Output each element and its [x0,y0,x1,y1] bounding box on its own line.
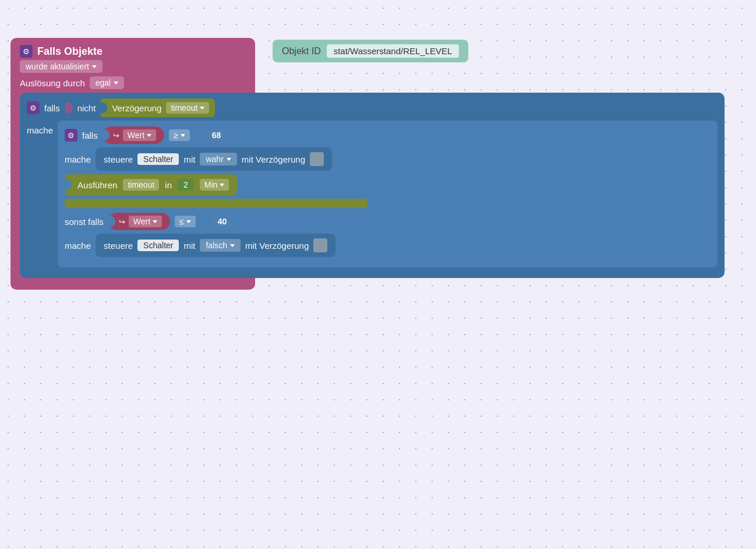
ausfuehren-prefix: Ausführen [77,180,117,190]
wert1-label: Wert [128,131,144,140]
steuere1-block: steuere Schalter mit wahr mit Verzögerun… [96,147,332,171]
num-notch2 [200,216,207,227]
inner-gear-icon[interactable]: ⚙ [27,101,40,114]
operator2-dropdown[interactable]: ≤ [175,216,196,227]
nicht-label: nicht [77,103,96,113]
op2-arrow [186,220,191,223]
condition1-block: ↪ Wert [103,126,164,144]
sonst-falls-label: sonst falls [65,217,104,227]
mache-row-2: mache steuere Schalter mit wahr mit Verz… [65,147,711,171]
ausfuehren-notch [65,180,72,190]
delay-value: timeout [171,103,197,112]
falls-objekte-block: ⚙ Falls Objekte wurde aktualisiert Auslö… [10,38,255,290]
steuere2-suffix: mit Verzögerung [245,241,309,251]
wahr-label: wahr [206,154,223,164]
sonst-falls-row: sonst falls ↪ Wert ≤ [65,213,711,230]
update-dropdown[interactable]: wurde aktualisiert [20,60,103,73]
steuere1-mit: mit [183,154,195,164]
inner-gear2[interactable]: ⚙ [65,129,77,142]
inner-falls-row: ⚙ falls ↪ Wert [65,126,711,144]
wert2-arrow [153,220,157,223]
op2-label: ≤ [179,217,184,226]
steuere1-suffix: mit Verzögerung [242,154,305,164]
wahr-dropdown[interactable]: wahr [200,153,236,166]
steuere2-block: steuere Schalter mit falsch mit Verzöger… [96,234,335,257]
inner-if-block: ⚙ falls ↪ Wert [58,121,718,268]
arrow2: ↪ [119,217,125,226]
olive-notch [100,103,107,113]
update-row: wurde aktualisiert [20,60,246,73]
mache-label-3: mache [65,241,91,251]
min-arrow [220,184,224,186]
cond-notch1 [103,130,109,140]
wert1-arrow [147,134,151,137]
wahr-arrow [227,158,231,161]
gear-icon[interactable]: ⚙ [20,45,33,58]
timeout-label: timeout [128,180,154,189]
block-title: Falls Objekte [37,45,103,58]
falls-nicht-row: ⚙ falls nicht Verzögerung timeout [27,98,718,117]
ausfuehren-row: Ausführen timeout in 2 Min [65,174,711,195]
timeout-number[interactable]: 2 [178,179,194,191]
steuere2-mit: mit [183,241,195,251]
falsch-dropdown[interactable]: falsch [200,239,241,252]
delay-label: Verzögerung [112,103,161,113]
delay-dropdown[interactable]: timeout [166,102,209,114]
num-notch1 [195,130,202,140]
ausfuehren-timeout-dd[interactable]: timeout [123,179,159,191]
ausfuehren-block: Ausführen timeout in 2 Min [65,174,237,195]
steuere2-prefix: steuere [104,241,133,251]
object-id-value[interactable]: stat/Wasserstand/REL_LEVEL [327,44,460,58]
wert2-label: Wert [133,217,150,226]
mache-label-1: mache [27,121,53,135]
update-label: wurde aktualisiert [26,62,89,71]
main-block-wrapper: ⚙ Falls Objekte wurde aktualisiert Auslö… [10,38,255,290]
trigger-value: egal [96,78,111,87]
notch-connector [65,102,73,114]
delay-square1[interactable] [310,152,324,166]
schalter1-label[interactable]: Schalter [137,153,179,165]
update-arrow [92,65,97,68]
min-label: Min [204,180,218,189]
trigger-dropdown[interactable]: egal [90,76,124,89]
verzoegerung-block: Verzögerung timeout [100,98,215,117]
big-blue-block: ⚙ falls nicht Verzögerung timeout [20,93,725,278]
op1-label: ≥ [174,131,178,140]
falsch-arrow [230,244,235,247]
operator1-dropdown[interactable]: ≥ [169,129,190,141]
min-dropdown[interactable]: Min [200,179,229,191]
inner-falls-label: falls [82,131,98,140]
number2-box[interactable]: 40 [212,216,233,227]
object-id-block: Objekt ID stat/Wasserstand/REL_LEVEL [273,40,468,62]
number1-box[interactable]: 68 [206,129,227,141]
arrow1: ↪ [113,131,119,140]
wert2-dropdown[interactable]: Wert [129,216,162,227]
trigger-row: Auslösung durch egal [20,76,246,89]
condition2-block: ↪ Wert [108,213,170,230]
title-row: ⚙ Falls Objekte [20,45,246,58]
steuere1-prefix: steuere [104,154,133,164]
falls-label: falls [44,103,60,113]
cond-notch2 [108,216,115,227]
object-id-label: Objekt ID [282,46,321,57]
mache-label-2: mache [65,154,91,164]
trigger-label: Auslösung durch [20,78,85,88]
olive-closure [65,199,368,208]
mache-row-3: mache steuere Schalter mit falsch mit Ve… [65,234,711,257]
delay-square2[interactable] [313,238,327,252]
mache-row-1: mache ⚙ falls ↪ [27,121,718,268]
trigger-arrow [114,82,118,85]
delay-arrow [200,107,204,110]
ausfuehren-in: in [165,180,172,190]
schalter2-label[interactable]: Schalter [137,240,179,251]
wert1-dropdown[interactable]: Wert [123,129,156,141]
falsch-label: falsch [206,241,227,250]
op1-arrow [181,134,185,137]
